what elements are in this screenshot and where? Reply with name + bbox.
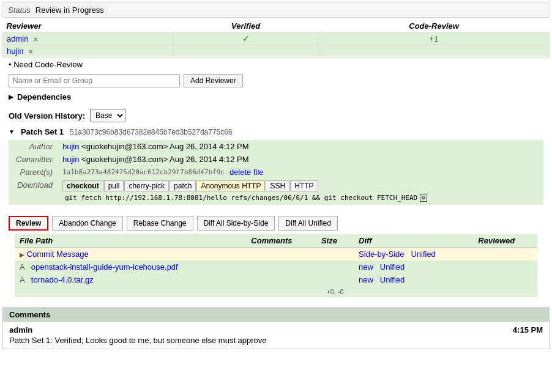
total-reviewed-cell <box>473 286 537 297</box>
tar-file-link[interactable]: tornado-4.0.tar.gz <box>31 275 94 284</box>
parents-label: Parent(s) <box>9 166 58 179</box>
remove-reviewer-icon[interactable]: ✕ <box>28 48 33 55</box>
committer-row: Committer hujin <guokehujin@163.com> Aug… <box>9 153 543 166</box>
patch-set-hash: 51a3073c96b83d67382e845b7ed3b527da775c66 <box>70 128 233 136</box>
expand-icon: ▶ <box>9 94 13 100</box>
dependencies-header[interactable]: ▶ Dependencies <box>9 92 543 102</box>
reviewed-cell <box>473 273 537 286</box>
status-label: Status <box>8 6 31 15</box>
old-version-row: Old Version History: Base <box>2 106 550 125</box>
download-label: Download <box>9 179 58 205</box>
tab-pull[interactable]: pull <box>104 180 124 191</box>
total-row: +0, -0 <box>15 286 537 297</box>
parents-value: 1a1b8a273a482475d20ac612cb29f7b86d47bf9c… <box>58 166 543 179</box>
old-version-select[interactable]: Base <box>90 109 125 122</box>
review-button[interactable]: Review <box>9 216 48 231</box>
diff-side-by-side-button[interactable]: Diff All Side-by-Side <box>197 216 275 231</box>
comments-cell <box>246 273 316 286</box>
committer-value: hujin <guokehujin@163.com> Aug 26, 2014 … <box>58 153 543 166</box>
code-review-col-header: Code-Review <box>319 20 550 32</box>
reviewer-col-header: Reviewer <box>3 20 173 32</box>
filepath-col: File Path <box>15 234 246 248</box>
reviewer-input[interactable] <box>9 74 180 87</box>
tab-anonymous-http[interactable]: Anonymous HTTP <box>196 180 265 191</box>
comments-header: Comments <box>3 308 549 322</box>
comment-author-row: admin 4:15 PM <box>9 325 543 335</box>
files-table-header: File Path Comments Size Diff Reviewed <box>15 234 537 248</box>
status-value: Review in Progress <box>35 6 104 15</box>
reviewer-hujin-link[interactable]: hujin <box>7 46 23 56</box>
patch-set-section: ▼ Patch Set 1 51a3073c96b83d67382e845b7e… <box>2 125 550 212</box>
author-detail: <guokehujin@163.com> Aug 26, 2014 4:12 P… <box>81 142 248 151</box>
new-link-tar[interactable]: new <box>359 275 373 284</box>
file-path-cell: A openstack-install-guide-yum-icehouse.p… <box>15 261 246 273</box>
pdf-file-link[interactable]: openstack-install-guide-yum-icehouse.pdf <box>31 262 178 272</box>
old-version-label: Old Version History: <box>9 111 85 120</box>
parents-row: Parent(s) 1a1b8a273a482475d20ac612cb29f7… <box>9 166 543 179</box>
size-cell <box>316 273 354 286</box>
table-row: ▶ Commit Message Side-by-Side Unified <box>15 248 537 261</box>
committer-label: Committer <box>9 153 58 166</box>
file-path-cell: A tornado-4.0.tar.gz <box>15 273 246 286</box>
author-link[interactable]: hujin <box>62 142 79 151</box>
reviewed-cell <box>473 248 537 261</box>
total-size-cell: +0, -0 <box>316 286 354 297</box>
tab-ssh[interactable]: SSH <box>266 180 289 191</box>
comments-cell <box>246 261 316 273</box>
abandon-button[interactable]: Abandon Change <box>52 216 122 231</box>
author-label: Author <box>9 140 58 153</box>
code-review-cell-empty <box>319 45 550 57</box>
patch-set-header: ▼ Patch Set 1 51a3073c96b83d67382e845b7e… <box>9 127 543 136</box>
diff-unified-button[interactable]: Diff All Unified <box>278 216 337 231</box>
commit-message-link[interactable]: Commit Message <box>27 250 89 259</box>
table-row: A tornado-4.0.tar.gz new Unified <box>15 273 537 286</box>
download-cmd-text: git fetch http://192.168.1.78:8081/hello… <box>65 194 417 202</box>
author-value: hujin <guokehujin@163.com> Aug 26, 2014 … <box>58 140 543 153</box>
new-link-pdf[interactable]: new <box>359 262 373 272</box>
download-row: Download checkout pull cherry-pick patch… <box>9 179 543 205</box>
download-value: checkout pull cherry-pick patch Anonymou… <box>58 179 543 205</box>
copy-icon[interactable]: ⧉ <box>420 194 427 202</box>
side-by-side-link[interactable]: Side-by-Side <box>359 250 404 259</box>
tab-checkout[interactable]: checkout <box>62 180 103 191</box>
need-code-review-notice: Need Code-Review <box>2 57 550 72</box>
size-col: Size <box>316 234 354 248</box>
code-review-cell: +1 <box>319 32 550 45</box>
tab-patch[interactable]: patch <box>170 180 196 191</box>
comments-section: Comments admin 4:15 PM Patch Set 1: Veri… <box>2 307 550 349</box>
checkmark-icon: ✓ <box>242 34 250 43</box>
patch-set-label: Patch Set 1 <box>21 127 64 136</box>
unified-link-tar[interactable]: Unified <box>380 275 405 284</box>
collapse-icon[interactable]: ▼ <box>9 128 15 135</box>
reviewer-admin-link[interactable]: admin <box>7 34 28 43</box>
file-prefix-a1: A <box>20 262 24 272</box>
remove-reviewer-icon[interactable]: ✕ <box>33 36 38 43</box>
download-tabs: checkout pull cherry-pick patch Anonymou… <box>62 180 539 191</box>
parent-hash: 1a1b8a273a482475d20ac612cb29f7b86d47bf9c <box>62 168 225 176</box>
comment-time: 4:15 PM <box>513 325 543 335</box>
unified-link[interactable]: Unified <box>411 250 435 259</box>
committer-detail: <guokehujin@163.com> Aug 26, 2014 4:12 P… <box>81 155 248 164</box>
author-row: Author hujin <guokehujin@163.com> Aug 26… <box>9 140 543 153</box>
unified-link-pdf[interactable]: Unified <box>380 262 405 272</box>
comments-col: Comments <box>246 234 316 248</box>
files-wrapper: File Path Comments Size Diff Reviewed ▶ … <box>2 234 550 297</box>
action-buttons: Review Abandon Change Rebase Change Diff… <box>2 212 550 234</box>
tab-cherry-pick[interactable]: cherry-pick <box>124 180 169 191</box>
expand-row-icon[interactable]: ▶ <box>20 251 24 258</box>
reviewer-name-cell: admin ✕ <box>3 32 173 45</box>
reviewer-name-cell: hujin ✕ <box>3 45 173 57</box>
total-diff-cell <box>354 286 473 297</box>
add-reviewer-button[interactable]: Add Reviewer <box>184 74 243 87</box>
parent-desc-link[interactable]: delete file <box>229 168 264 177</box>
committer-link[interactable]: hujin <box>62 155 79 164</box>
rebase-button[interactable]: Rebase Change <box>127 216 193 231</box>
file-path-cell: ▶ Commit Message <box>15 248 246 261</box>
comment-author: admin <box>9 325 32 335</box>
dependencies-section: ▶ Dependencies <box>2 90 550 106</box>
tab-http[interactable]: HTTP <box>290 180 318 191</box>
diff-cell: Side-by-Side Unified <box>354 248 473 261</box>
comment-text: Patch Set 1: Verified; Looks good to me,… <box>9 336 543 345</box>
parent-row: 1a1b8a273a482475d20ac612cb29f7b86d47bf9c… <box>62 168 539 177</box>
comment-item: admin 4:15 PM Patch Set 1: Verified; Loo… <box>3 322 549 349</box>
